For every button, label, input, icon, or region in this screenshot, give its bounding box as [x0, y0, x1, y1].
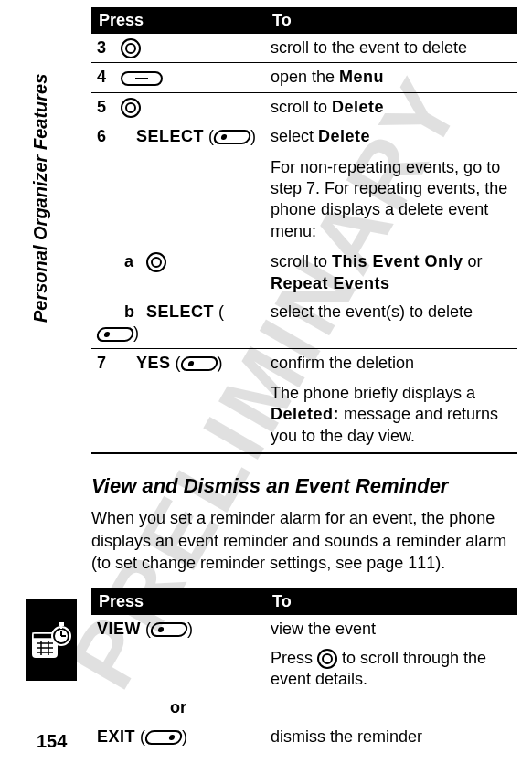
- step-number: 3: [97, 37, 112, 58]
- table-row: VIEW () view the event: [91, 615, 517, 643]
- table-row: Press to scroll through the event detail…: [91, 644, 517, 694]
- to-cell: scroll to This Event Only or Repeat Even…: [265, 248, 517, 298]
- left-softkey-icon: [144, 730, 183, 745]
- press-cell: EXIT (): [91, 723, 265, 751]
- softkey-label: SELECT: [146, 302, 214, 321]
- to-cell: scroll to the event to delete: [265, 34, 517, 63]
- step-number: 4: [97, 67, 112, 88]
- menu-key-icon: [121, 71, 163, 86]
- main-content: Press To 3 scroll to the event to delete…: [91, 7, 517, 751]
- text: select: [271, 127, 318, 145]
- press-cell: a: [91, 248, 265, 298]
- note-cell: Press to scroll through the event detail…: [265, 644, 517, 694]
- table-row: 3 scroll to the event to delete: [91, 34, 517, 63]
- table1-header-to: To: [265, 7, 517, 34]
- press-cell: 6 SELECT (): [91, 122, 265, 152]
- table-row: b SELECT () select the event(s) to delet…: [91, 298, 517, 348]
- menu-term: Delete: [332, 98, 384, 116]
- table-row: a scroll to This Event Only or Repeat Ev…: [91, 248, 517, 298]
- substep-letter: a: [124, 251, 137, 272]
- table-row: EXIT () dismiss the reminder: [91, 723, 517, 751]
- step-number: 7: [97, 353, 112, 374]
- menu-term: Delete: [318, 127, 370, 145]
- menu-term: Menu: [339, 68, 384, 86]
- text: Press: [271, 649, 317, 667]
- text: scroll to: [271, 98, 332, 116]
- table-row: or: [91, 694, 517, 722]
- softkey-label: VIEW: [97, 620, 141, 638]
- organizer-icon: [26, 599, 77, 681]
- softkey-label: EXIT: [97, 727, 135, 746]
- right-softkey-icon: [95, 327, 134, 342]
- press-cell: 3: [91, 34, 265, 63]
- nav-key-icon: [121, 98, 141, 118]
- instruction-table-2: Press To VIEW () view the event Press to…: [91, 588, 517, 751]
- table-row: 6 SELECT () select Delete: [91, 122, 517, 152]
- table-row: 5 scroll to Delete: [91, 92, 517, 122]
- to-cell: confirm the deletion: [265, 348, 517, 377]
- text: or: [463, 252, 483, 270]
- page-number: 154: [37, 731, 67, 752]
- press-cell: 7 YES (): [91, 348, 265, 377]
- text: The phone briefly displays a: [271, 384, 475, 402]
- nav-key-icon: [121, 38, 141, 58]
- to-cell: select Delete: [265, 122, 517, 152]
- table-row: 7 YES () confirm the deletion: [91, 348, 517, 377]
- menu-term: Repeat Events: [271, 274, 390, 292]
- softkey-label: SELECT: [136, 127, 204, 145]
- text: open the: [271, 68, 339, 86]
- press-cell: VIEW (): [91, 615, 265, 643]
- svg-rect-11: [59, 622, 64, 626]
- press-cell: b SELECT (): [91, 298, 265, 348]
- note-cell: The phone briefly displays a Deleted: me…: [265, 377, 517, 453]
- table2-header-to: To: [265, 588, 517, 615]
- table1-header-press: Press: [91, 7, 265, 34]
- menu-term: This Event Only: [332, 252, 463, 270]
- nav-key-icon: [317, 649, 337, 669]
- table2-header-press: Press: [91, 588, 265, 615]
- text: scroll to: [271, 252, 332, 270]
- sidebar-section-label: Personal Organizer Features: [30, 74, 51, 323]
- to-cell: view the event: [265, 615, 517, 643]
- right-softkey-icon: [149, 622, 188, 637]
- to-cell: select the event(s) to delete: [265, 298, 517, 348]
- step-number: 6: [97, 126, 112, 147]
- or-label: or: [91, 694, 265, 722]
- substep-letter: b: [124, 302, 137, 323]
- softkey-label: YES: [136, 354, 171, 372]
- to-cell: scroll to Delete: [265, 92, 517, 122]
- to-cell: open the Menu: [265, 63, 517, 92]
- to-cell: dismiss the reminder: [265, 723, 517, 751]
- nav-key-icon: [146, 252, 166, 272]
- press-cell: [91, 644, 265, 694]
- instruction-table-1: Press To 3 scroll to the event to delete…: [91, 7, 517, 454]
- right-softkey-icon: [212, 130, 251, 144]
- section-body: When you set a reminder alarm for an eve…: [91, 507, 517, 574]
- menu-term: Deleted:: [271, 405, 339, 423]
- table-row: The phone briefly displays a Deleted: me…: [91, 377, 517, 453]
- press-cell: 4: [91, 63, 265, 92]
- table-row: For non-repeating events, go to step 7. …: [91, 152, 517, 249]
- note-cell: For non-repeating events, go to step 7. …: [265, 152, 517, 249]
- table-row: 4 open the Menu: [91, 63, 517, 92]
- right-softkey-icon: [179, 356, 218, 371]
- step-number: 5: [97, 97, 112, 118]
- press-cell: 5: [91, 92, 265, 122]
- section-heading: View and Dismiss an Event Reminder: [91, 474, 517, 498]
